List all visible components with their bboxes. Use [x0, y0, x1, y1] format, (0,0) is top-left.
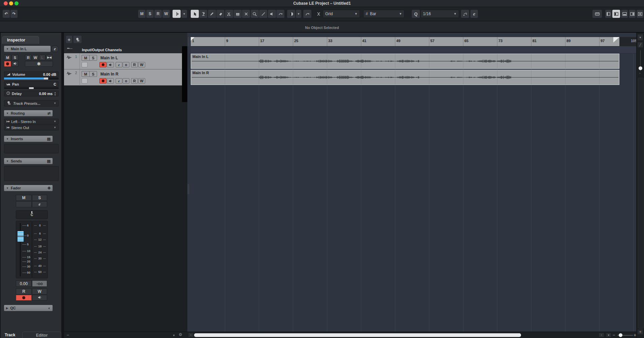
color-tool-icon[interactable]	[287, 10, 295, 18]
track-read-button[interactable]: R	[131, 62, 138, 67]
redo-icon[interactable]: ↷	[10, 10, 18, 18]
tab-editor[interactable]: Editor	[22, 332, 61, 338]
tab-inspector[interactable]: Inspector	[2, 36, 39, 44]
auto-fade-icon[interactable]: ▶◀	[46, 55, 53, 60]
track-write-button[interactable]: W	[138, 78, 145, 84]
mute-button[interactable]: M	[4, 55, 11, 60]
zoom-tool-icon[interactable]	[251, 10, 259, 18]
track-scale-minus[interactable]: –	[67, 333, 69, 337]
pan-slider[interactable]	[4, 87, 59, 89]
track-name[interactable]: Main In R	[100, 72, 118, 76]
track-write-button[interactable]: W	[138, 62, 145, 67]
lower-zone-icon[interactable]	[621, 10, 628, 18]
global-w-button[interactable]: W	[162, 10, 170, 18]
global-s-button[interactable]: S	[146, 10, 154, 18]
track-monitor-button[interactable]	[107, 62, 114, 67]
fader-blank-button[interactable]	[16, 201, 32, 207]
nudge-icon[interactable]	[303, 10, 311, 18]
track-freeze-button[interactable]: o	[123, 78, 129, 84]
track-checkbox[interactable]	[82, 62, 88, 67]
meter-peak-box[interactable]: -oo	[32, 280, 47, 287]
scroll-right-icon[interactable]: ›	[599, 333, 604, 337]
setup-toolbar-gear-icon[interactable]	[637, 10, 643, 18]
left-zone-closed-icon[interactable]	[605, 10, 612, 18]
fader-write-button[interactable]: W	[32, 288, 47, 295]
section-qc[interactable]: ▶QC ◐	[4, 305, 53, 311]
global-m-button[interactable]: M	[138, 10, 146, 18]
fader-edit-button[interactable]: e	[32, 201, 47, 207]
volume-slider[interactable]	[4, 78, 59, 80]
mute-tool-icon[interactable]	[242, 10, 250, 18]
section-inserts[interactable]: ▼Inserts ▤	[4, 136, 53, 142]
track-solo-button[interactable]: S	[89, 71, 97, 77]
split-tool-icon[interactable]	[225, 10, 233, 18]
hzoom-minus-icon[interactable]: −	[613, 333, 615, 338]
zoom-preset-chevron-icon[interactable]: ▼	[606, 333, 611, 337]
output-routing-row[interactable]: ↣ Stereo Out ▼	[4, 125, 59, 130]
write-automation-button[interactable]: W	[32, 55, 39, 60]
glue-tool-icon[interactable]	[234, 10, 242, 18]
scroll-up-icon[interactable]: ⌃	[639, 72, 641, 76]
record-enable-button[interactable]	[4, 61, 11, 67]
sends-empty-slot[interactable]	[4, 166, 59, 181]
input-routing-row[interactable]: ↦ Left - Stereo In ▼	[4, 119, 59, 124]
solo-button[interactable]: S	[11, 55, 19, 60]
track-settings-gear-icon[interactable]: ⚙	[179, 332, 182, 337]
volume-fader[interactable]: 6 0 5 10 15 20 30 00	[16, 221, 32, 278]
snap-mode-dropdown[interactable]: Grid▼	[323, 10, 360, 18]
iterative-quantize-icon[interactable]	[461, 10, 469, 18]
grid-type-dropdown[interactable]: # Bar▼	[363, 10, 404, 18]
vzoom-plus-icon[interactable]: +	[637, 329, 643, 335]
track-row-main-in-l[interactable]: 1 M S Main In L e o R W	[64, 53, 182, 69]
edit-channel-settings-button[interactable]: e	[51, 45, 59, 52]
fader-value-box[interactable]: 0.00	[16, 280, 32, 287]
vzoom-tool-icon[interactable]: ╱	[637, 42, 643, 48]
hzoom-plus-icon[interactable]: +	[634, 332, 636, 338]
fader-handle[interactable]	[17, 231, 24, 242]
draw-tool-icon[interactable]	[208, 10, 216, 18]
track-edit-settings-button[interactable]: e	[116, 78, 122, 84]
folder-track-row[interactable]: Input/Output Channels	[64, 46, 182, 54]
audio-event-main-in-l[interactable]: Main In L	[191, 54, 619, 69]
read-automation-button[interactable]: R	[25, 55, 32, 60]
section-routing[interactable]: ▼Routing ⇄	[4, 110, 53, 116]
track-monitor-button[interactable]	[107, 78, 114, 84]
left-zone-open-icon[interactable]	[612, 10, 620, 18]
hzoom-slider-handle[interactable]	[619, 333, 622, 337]
monitor-button[interactable]	[11, 61, 19, 67]
play-tool-icon[interactable]	[268, 10, 276, 18]
track-options-chevron-icon[interactable]: ▼	[173, 334, 175, 337]
scroll-left-icon[interactable]: ‹	[188, 333, 194, 337]
pan-row[interactable]: Pan C	[4, 81, 59, 87]
quantize-dropdown[interactable]: 1/16▼	[421, 10, 459, 18]
track-presets-row[interactable]: Track Presets... ▼	[4, 100, 59, 106]
section-sends[interactable]: ▼Sends ▤	[4, 158, 53, 164]
track-read-button[interactable]: R	[131, 78, 138, 84]
track-solo-button[interactable]: S	[89, 55, 97, 61]
track-freeze-button[interactable]: o	[123, 62, 129, 67]
audio-event-main-in-r[interactable]: Main In R	[191, 70, 619, 85]
fader-record-button[interactable]	[16, 295, 32, 301]
erase-tool-icon[interactable]	[216, 10, 224, 18]
line-tool-icon[interactable]	[259, 10, 267, 18]
divider-grip[interactable]	[187, 184, 190, 194]
ruler-options-chevron-icon[interactable]: ▼	[637, 34, 643, 41]
vertical-scrollbar-track[interactable]	[638, 78, 644, 329]
add-track-button[interactable]: +	[66, 36, 72, 43]
track-checkbox[interactable]	[82, 78, 88, 84]
autoscroll-options-chevron-icon[interactable]: ▼	[181, 10, 187, 18]
fader-solo-button[interactable]: S	[32, 195, 47, 201]
track-mute-button[interactable]: M	[82, 71, 89, 77]
global-r-button[interactable]: R	[154, 10, 162, 18]
tab-track[interactable]: Track	[5, 333, 15, 337]
volume-row[interactable]: Volume 0.00 dB	[4, 71, 59, 77]
inspector-channel-header[interactable]: ▼ Main In L	[4, 46, 51, 52]
timeline-ruler[interactable]: 191725334149576573818997	[191, 37, 619, 47]
inserts-empty-slot[interactable]	[4, 144, 59, 153]
delay-spinner[interactable]: ▲▼	[54, 91, 56, 96]
quantize-panel-icon[interactable]: e	[470, 10, 478, 18]
track-name[interactable]: Main In L	[100, 56, 118, 60]
onscreen-keyboard-icon[interactable]	[592, 10, 602, 18]
use-track-preset-icon[interactable]	[73, 36, 82, 43]
quantize-icon[interactable]: Q	[412, 10, 420, 18]
